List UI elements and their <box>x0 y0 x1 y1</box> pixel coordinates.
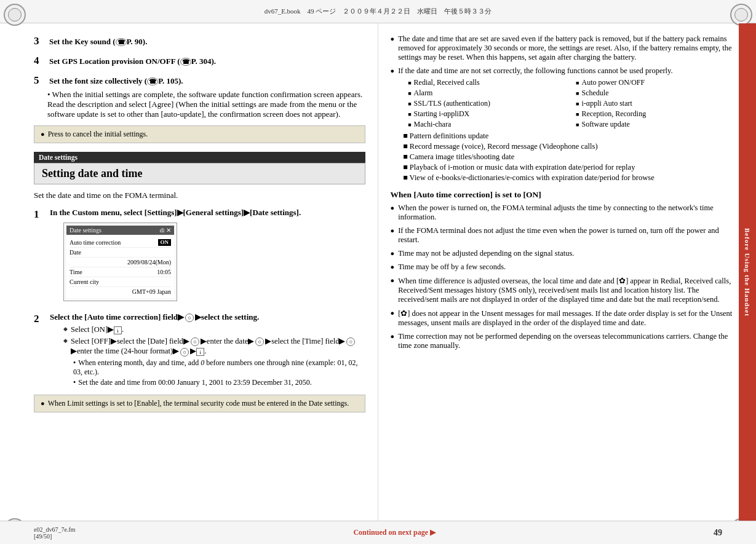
screenshot-row-date-val: 2009/08/24(Mon) <box>70 258 171 267</box>
side-tab: Before Using the Handset <box>739 23 756 521</box>
step-1-block: 1 In the Custom menu, select [Settings]▶… <box>34 208 365 306</box>
bottom-footer: e02_dv67_7e.fm [49/50] Continued on next… <box>0 521 756 544</box>
col-item-7: Starting i-αppliDX <box>408 109 570 119</box>
step-3-block: 3 Set the Key sound (☎P. 90). <box>34 34 365 48</box>
right-bullet-2: If the date and time are not set correct… <box>391 66 738 184</box>
step-3-number: 3 <box>34 34 44 48</box>
extra-item-1: ■ Pattern definitions update <box>403 132 738 141</box>
top-header: dv67_E.book 49 ページ ２００９年４月２２日 水曜日 午後５時３３… <box>0 0 756 23</box>
col-item-5: SSL/TLS (authentication) <box>408 99 570 108</box>
sub-sub-bullet-2: Set the date and time from 00:00 January… <box>73 378 365 387</box>
step-4-number: 4 <box>34 54 44 68</box>
screenshot-row-city-val: GMT+09 Japan <box>70 287 171 296</box>
col-item-1: Redial, Received calls <box>408 78 570 87</box>
col-item-3: Alarm <box>408 89 570 98</box>
step-4-title: Set GPS Location provision ON/OFF (☎P. 3… <box>49 57 216 66</box>
screenshot-body: Auto time correction ON Date 2009/08/24( <box>66 236 174 298</box>
step-1-content: In the Custom menu, select [Settings]▶[G… <box>50 208 365 306</box>
step-1-number: 1 <box>34 208 44 221</box>
side-tab-text: Before Using the Handset <box>744 228 751 317</box>
col-item-6: i-αppli Auto start <box>576 99 738 108</box>
right-bullet-1: The date and time that are set are saved… <box>391 34 738 62</box>
note-box-1: Press to cancel the initial settings. <box>34 125 365 143</box>
step-5-number: 5 <box>34 74 44 87</box>
sub-sub-bullet-1: When entering month, day and time, add 0… <box>73 358 365 377</box>
screenshot-row-time: Time 10:05 <box>70 267 171 277</box>
screenshot-title-bar: Date settings di ✕ <box>66 226 174 235</box>
sub-bullet-off: Select [OFF]▶select the [Date] field▶○▶e… <box>63 336 365 356</box>
col-item-9: Machi-chara <box>408 120 570 129</box>
col-item-4: Schedule <box>576 89 738 98</box>
right-bullet-9: Time correction may not be performed dep… <box>391 332 738 350</box>
step-3-title: Set the Key sound (☎P. 90). <box>49 37 147 47</box>
header-text: dv67_E.book 49 ページ ２００９年４月２２日 水曜日 午後５時３３… <box>265 7 492 16</box>
section-title: Setting date and time <box>42 167 357 180</box>
extra-item-4: ■ Playback of i-motion or music data wit… <box>403 163 738 172</box>
screenshot-row-auto: Auto time correction ON <box>70 238 171 248</box>
page-container: dv67_E.book 49 ページ ２００９年４月２２日 水曜日 午後５時３３… <box>0 0 756 544</box>
col-item-2: Auto power ON/OFF <box>576 78 738 87</box>
footer-file-info: e02_dv67_7e.fm [49/50] <box>34 526 76 540</box>
screenshot-row-date: Date <box>70 248 171 258</box>
circle-icon-1: ○ <box>185 313 194 322</box>
sub-bullet-on: Select [ON]▶i. <box>63 325 365 334</box>
continued-text: Continued on next page ▶ <box>353 528 436 537</box>
extra-items: ■ Pattern definitions update ■ Record me… <box>403 132 738 183</box>
right-bullet-3: When the power is turned on, the FOMA te… <box>391 203 738 222</box>
two-col-list: Redial, Received calls Auto power ON/OFF… <box>408 78 738 129</box>
right-bullet-8: [✿] does not appear in the Unsent messag… <box>391 309 738 328</box>
right-bullet-7: When time difference is adjusted oversea… <box>391 276 738 304</box>
corner-ornament-tr <box>730 4 752 26</box>
screenshot-row-city: Current city <box>70 277 171 287</box>
extra-item-2: ■ Record message (voice), Record message… <box>403 142 738 151</box>
when-auto-heading: When [Auto time correction] is set to [O… <box>391 190 738 200</box>
extra-item-5: ■ View of e-books/e-dictionaries/e-comic… <box>403 173 738 183</box>
col-item-8: Reception, Recording <box>576 109 738 119</box>
note-box-2: When Limit settings is set to [Enable], … <box>34 395 365 412</box>
date-settings-screenshot: Date settings di ✕ Auto time correction … <box>63 223 177 301</box>
right-column: The date and time that are set are saved… <box>378 23 757 521</box>
left-column: 3 Set the Key sound (☎P. 90). 4 Set GPS … <box>0 23 378 521</box>
section-title-box: Setting date and time <box>34 163 365 184</box>
col-item-10: Software update <box>576 120 738 129</box>
step-5-title: Set the font size collectively (☎P. 105)… <box>49 76 183 86</box>
step-2-block: 2 Select the [Auto time correction] fiel… <box>34 312 365 388</box>
page-number: 49 <box>714 528 722 538</box>
step-2-number: 2 <box>34 312 44 326</box>
right-bullet-4: If the FOMA terminal does not adjust the… <box>391 226 738 245</box>
section-subtitle: Set the date and time on the FOMA termin… <box>34 191 365 200</box>
extra-item-3: ■ Camera image titles/shooting date <box>403 152 738 162</box>
step-2-content: Select the [Auto time correction] field▶… <box>50 312 365 388</box>
step-2-sub-bullets: Select [ON]▶i. Select [OFF]▶select the [… <box>63 325 365 387</box>
date-settings-header: Date settings <box>34 152 365 163</box>
step-5-desc: • When the initial settings are complete… <box>47 90 365 119</box>
corner-ornament-tl <box>4 4 26 26</box>
right-bullet-5: Time may not be adjusted depending on th… <box>391 249 738 258</box>
main-content: 3 Set the Key sound (☎P. 90). 4 Set GPS … <box>0 23 756 521</box>
step-5-block: 5 Set the font size collectively (☎P. 10… <box>34 74 365 119</box>
step-4-block: 4 Set GPS Location provision ON/OFF (☎P.… <box>34 54 365 68</box>
right-bullet-6: Time may be off by a few seconds. <box>391 262 738 272</box>
